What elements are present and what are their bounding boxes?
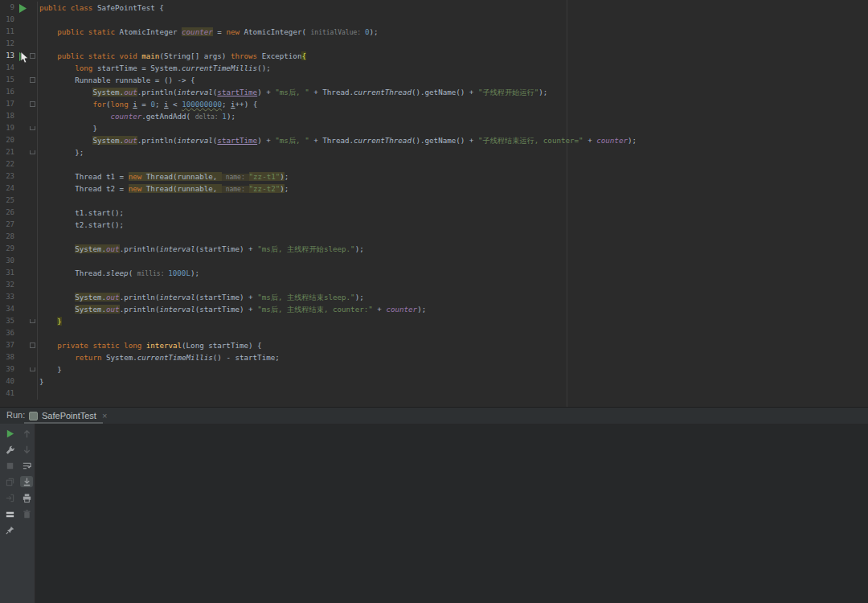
line-number: 24 (0, 183, 14, 195)
fold-marker-slot (29, 219, 37, 231)
code-line: 14 long startTime = System.currentTimeMi… (0, 62, 868, 74)
fold-open-icon[interactable] (30, 343, 35, 348)
code-line: 34 System.out.println(interval(startTime… (0, 303, 868, 315)
editor-lines: 9public class SafePointTest {1011 public… (0, 0, 868, 400)
run-line-icon[interactable] (14, 2, 29, 14)
rerun-icon[interactable] (3, 428, 16, 439)
gutter-icon-slot (14, 38, 29, 50)
line-number: 26 (0, 207, 14, 219)
code-line: 27 t2.start(); (0, 219, 868, 231)
fold-open-icon[interactable] (30, 101, 35, 107)
code-text (37, 388, 868, 400)
fold-marker-slot (29, 315, 37, 327)
fold-marker-slot (29, 98, 37, 110)
line-number: 39 (0, 363, 14, 375)
gutter-icon-slot (14, 26, 29, 38)
down-arrow-icon[interactable] (20, 444, 33, 455)
fold-marker-slot (29, 122, 37, 134)
gutter-icon-slot (14, 219, 29, 231)
fold-marker-slot (29, 26, 37, 38)
code-line: 18 counter.getAndAdd( delta: 1); (0, 110, 868, 122)
line-number: 31 (0, 267, 14, 279)
fold-open-icon[interactable] (30, 77, 35, 83)
code-text (37, 279, 868, 291)
code-line: 19 } (0, 122, 868, 134)
fold-marker-slot (29, 134, 37, 146)
code-line: 11 public static AtomicInteger counter =… (0, 26, 868, 38)
code-text: t1.start(); (37, 207, 868, 219)
gutter-icon-slot (14, 255, 29, 267)
run-config-icon (29, 412, 38, 420)
tab-close-icon[interactable]: × (100, 411, 107, 420)
fold-marker-slot (29, 50, 37, 62)
fold-end-icon[interactable] (30, 150, 35, 154)
trash-icon[interactable] (20, 508, 33, 519)
gutter-icon-slot (14, 243, 29, 255)
code-line: 23 Thread t1 = new Thread(runnable, name… (0, 170, 868, 183)
fold-marker-slot (29, 86, 37, 98)
wrench-icon[interactable] (3, 444, 16, 455)
code-text: Thread.sleep( millis: 1000L); (37, 267, 868, 279)
line-number: 9 (0, 2, 14, 14)
line-number: 40 (0, 375, 14, 388)
line-number: 32 (0, 279, 14, 291)
fold-end-icon[interactable] (30, 126, 35, 130)
code-line: 25 (0, 195, 868, 207)
code-line: 36 (0, 327, 868, 339)
gutter-icon-slot (14, 267, 29, 279)
fold-marker-slot (29, 291, 37, 303)
line-number: 12 (0, 38, 14, 50)
fold-marker-slot (29, 375, 37, 388)
line-number: 18 (0, 110, 14, 122)
stop-icon[interactable] (3, 460, 16, 471)
code-line: 26 t1.start(); (0, 207, 868, 219)
fold-marker-slot (29, 231, 37, 243)
console-output-area[interactable] (36, 424, 868, 603)
code-line: 16 System.out.println(interval(startTime… (0, 86, 868, 98)
code-text: } (37, 122, 868, 134)
code-line: 30 (0, 255, 868, 267)
code-editor[interactable]: 9public class SafePointTest {1011 public… (0, 0, 868, 407)
code-line: 9public class SafePointTest { (0, 2, 868, 14)
fold-marker-slot (29, 195, 37, 207)
fold-marker-slot (29, 183, 37, 195)
code-text: } (37, 315, 868, 327)
fold-marker-slot (29, 243, 37, 255)
code-line: 21 }; (0, 146, 868, 158)
line-number: 19 (0, 122, 14, 134)
line-number: 25 (0, 195, 14, 207)
pin-icon[interactable] (3, 524, 16, 535)
scroll-to-end-icon[interactable] (20, 476, 33, 487)
line-number: 11 (0, 26, 14, 38)
soft-wrap-icon[interactable] (20, 460, 33, 471)
code-line: 15 Runnable runnable = () -> { (0, 74, 868, 86)
console-icon[interactable] (3, 508, 16, 519)
fold-end-icon[interactable] (30, 367, 35, 371)
fold-marker-slot (29, 158, 37, 170)
code-line: 41 (0, 388, 868, 400)
line-number: 20 (0, 134, 14, 146)
up-arrow-icon[interactable] (20, 428, 33, 439)
run-tab-safepointtest[interactable]: SafePointTest × (24, 408, 112, 424)
fold-marker-slot (29, 62, 37, 74)
fold-marker-slot (29, 207, 37, 219)
fold-end-icon[interactable] (30, 319, 35, 323)
code-text: t2.start(); (37, 219, 868, 231)
gutter-icon-slot (14, 74, 29, 86)
fold-marker-slot (29, 388, 37, 400)
exit-icon[interactable] (3, 492, 16, 503)
run-toolbar-right (20, 428, 33, 519)
restore-layout-icon[interactable] (3, 476, 16, 487)
gutter-icon-slot (14, 110, 29, 122)
code-text: return System.currentTimeMillis() - star… (37, 351, 868, 363)
fold-open-icon[interactable] (30, 53, 35, 59)
gutter-icon-slot (14, 183, 29, 195)
mouse-cursor (20, 51, 30, 68)
code-text: } (37, 363, 868, 375)
print-icon[interactable] (20, 492, 33, 503)
code-line: 12 (0, 38, 868, 50)
gutter-icon-slot (14, 363, 29, 375)
line-number: 27 (0, 219, 14, 231)
code-line: 28 (0, 231, 868, 243)
gutter-icon-slot (14, 231, 29, 243)
